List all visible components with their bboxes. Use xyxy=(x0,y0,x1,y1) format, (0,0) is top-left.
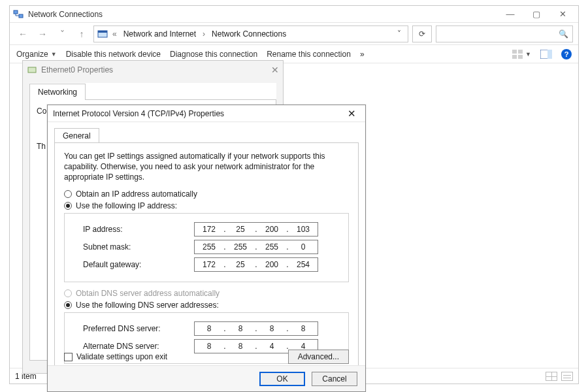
close-icon[interactable]: ✕ xyxy=(344,108,360,120)
chevron-right-icon: › xyxy=(201,29,206,39)
view-options-button[interactable]: ▼ xyxy=(512,50,531,59)
validate-checkbox[interactable] xyxy=(64,353,73,361)
explorer-titlebar[interactable]: Network Connections — ▢ ✕ xyxy=(10,6,578,23)
ipv4-titlebar[interactable]: Internet Protocol Version 4 (TCP/IPv4) P… xyxy=(48,105,365,122)
ip-address-group: Obtain an IP address automatically Use t… xyxy=(64,189,349,282)
radio-checked-icon xyxy=(64,202,72,210)
ethernet-titlebar[interactable]: Ethernet0 Properties ✕ xyxy=(23,61,283,79)
network-connections-icon xyxy=(12,8,24,20)
breadcrumb-bar[interactable]: « Network and Internet › Network Connect… xyxy=(93,25,408,42)
default-gateway-input[interactable]: 172. 25. 200. 254 xyxy=(194,257,318,272)
back-button[interactable]: ← xyxy=(15,26,31,42)
address-dropdown-icon[interactable]: ˅ xyxy=(393,29,405,39)
view-large-icons-button[interactable] xyxy=(546,372,557,381)
view-options-icon xyxy=(512,50,523,59)
search-icon: 🔍 xyxy=(559,29,568,39)
opt-use-static-dns[interactable]: Use the following DNS server addresses: xyxy=(64,301,349,310)
maximize-button[interactable]: ▢ xyxy=(523,7,549,22)
close-button[interactable]: ✕ xyxy=(549,7,576,22)
forward-button[interactable]: → xyxy=(35,26,50,42)
ip-address-label: IP address: xyxy=(83,225,194,234)
svg-rect-6 xyxy=(512,55,517,59)
svg-rect-0 xyxy=(14,10,18,14)
preview-pane-button[interactable] xyxy=(540,50,552,59)
opt-obtain-dns-auto: Obtain DNS server address automatically xyxy=(64,289,349,298)
opt-obtain-ip-auto[interactable]: Obtain an IP address automatically xyxy=(64,189,349,199)
ethernet-title: Ethernet0 Properties xyxy=(41,65,271,74)
opt-obtain-ip-auto-label: Obtain an IP address automatically xyxy=(76,189,197,199)
svg-rect-3 xyxy=(98,31,107,33)
ethernet-icon xyxy=(27,65,37,75)
help-icon: ? xyxy=(561,49,572,59)
default-gateway-label: Default gateway: xyxy=(83,260,194,269)
opt-use-static-ip[interactable]: Use the following IP address: xyxy=(64,201,349,210)
breadcrumb-seg-2[interactable]: Network Connections xyxy=(209,28,289,40)
disable-device-button[interactable]: Disable this network device xyxy=(66,50,161,59)
general-panel: You can get IP settings assigned automat… xyxy=(54,142,359,371)
history-dropdown[interactable]: ˅ xyxy=(54,26,70,42)
svg-rect-5 xyxy=(518,50,523,54)
breadcrumb-prefix: « xyxy=(111,29,118,39)
diagnose-button[interactable]: Diagnose this connection xyxy=(170,50,257,59)
svg-rect-10 xyxy=(28,67,36,73)
advanced-button[interactable]: Advanced... xyxy=(288,350,349,364)
tab-networking[interactable]: Networking xyxy=(29,84,86,100)
preferred-dns-input[interactable]: 8. 8. 8. 8 xyxy=(194,321,318,336)
radio-icon xyxy=(64,190,72,198)
search-input[interactable]: 🔍 xyxy=(436,25,573,42)
refresh-button[interactable]: ⟳ xyxy=(412,25,432,42)
radio-checked-icon xyxy=(64,301,72,309)
help-button[interactable]: ? xyxy=(561,49,572,59)
opt-use-static-ip-label: Use the following IP address: xyxy=(76,201,177,210)
close-icon[interactable]: ✕ xyxy=(271,65,279,75)
radio-disabled-icon xyxy=(64,289,72,297)
up-button[interactable]: ↑ xyxy=(74,26,90,42)
view-details-button[interactable] xyxy=(561,372,573,381)
organize-label: Organize xyxy=(16,50,48,59)
preferred-dns-label: Preferred DNS server: xyxy=(83,324,194,333)
svg-rect-9 xyxy=(547,50,552,59)
explorer-nav-row: ← → ˅ ↑ « Network and Internet › Network… xyxy=(10,23,578,45)
caret-down-icon: ▼ xyxy=(525,51,531,57)
validate-label: Validate settings upon exit xyxy=(76,352,167,361)
ip-address-input[interactable]: 172. 25. 200. 103 xyxy=(194,222,318,237)
opt-obtain-dns-auto-label: Obtain DNS server address automatically xyxy=(76,289,220,298)
organize-menu[interactable]: Organize ▼ xyxy=(16,50,57,59)
dialog-button-row: OK Cancel xyxy=(48,365,365,391)
rename-button[interactable]: Rename this connection xyxy=(267,50,351,59)
ipv4-properties-dialog: Internet Protocol Version 4 (TCP/IPv4) P… xyxy=(47,105,366,392)
breadcrumb-seg-1[interactable]: Network and Internet xyxy=(121,28,199,40)
tab-general[interactable]: General xyxy=(54,128,99,143)
svg-rect-7 xyxy=(518,55,523,59)
ipv4-title: Internet Protocol Version 4 (TCP/IPv4) P… xyxy=(53,109,344,118)
caret-down-icon: ▼ xyxy=(51,51,57,57)
ipv4-description: You can get IP settings assigned automat… xyxy=(64,151,349,183)
preview-pane-icon xyxy=(540,50,552,59)
svg-rect-1 xyxy=(19,14,23,18)
opt-use-static-dns-label: Use the following DNS server addresses: xyxy=(76,301,219,310)
control-panel-icon xyxy=(97,28,108,40)
minimize-button[interactable]: — xyxy=(497,7,523,22)
toolbar-overflow[interactable]: » xyxy=(360,50,365,59)
svg-rect-4 xyxy=(512,50,517,54)
ok-button[interactable]: OK xyxy=(259,372,305,386)
subnet-mask-input[interactable]: 255. 255. 255. 0 xyxy=(194,240,318,254)
explorer-title: Network Connections xyxy=(28,10,497,19)
subnet-mask-label: Subnet mask: xyxy=(83,242,194,252)
cancel-button[interactable]: Cancel xyxy=(312,372,357,386)
